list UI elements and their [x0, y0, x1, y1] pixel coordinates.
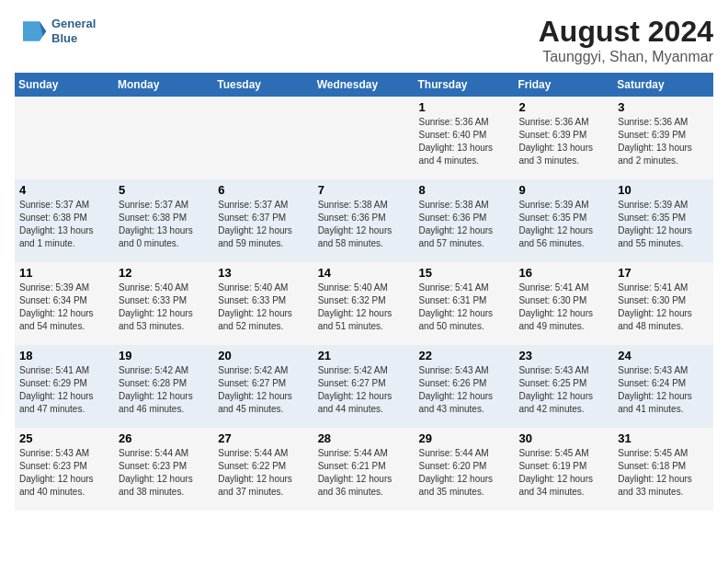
- day-cell: 13Sunrise: 5:40 AM Sunset: 6:33 PM Dayli…: [213, 262, 313, 345]
- header-cell-sunday: Sunday: [15, 73, 114, 97]
- day-info: Sunrise: 5:44 AM Sunset: 6:21 PM Dayligh…: [318, 447, 410, 499]
- day-cell: [114, 97, 213, 179]
- day-info: Sunrise: 5:36 AM Sunset: 6:40 PM Dayligh…: [419, 116, 510, 167]
- day-cell: 21Sunrise: 5:42 AM Sunset: 6:27 PM Dayli…: [313, 345, 415, 428]
- day-info: Sunrise: 5:41 AM Sunset: 6:30 PM Dayligh…: [618, 282, 709, 333]
- logo-text: General Blue: [51, 17, 96, 45]
- day-info: Sunrise: 5:37 AM Sunset: 6:37 PM Dayligh…: [218, 199, 308, 250]
- week-row-2: 4Sunrise: 5:37 AM Sunset: 6:38 PM Daylig…: [15, 179, 713, 262]
- day-number: 11: [19, 266, 109, 280]
- day-number: 13: [218, 266, 308, 280]
- day-info: Sunrise: 5:44 AM Sunset: 6:20 PM Dayligh…: [419, 447, 510, 499]
- day-cell: 17Sunrise: 5:41 AM Sunset: 6:30 PM Dayli…: [613, 262, 713, 345]
- day-number: 12: [119, 266, 209, 280]
- day-number: 21: [318, 349, 410, 362]
- day-cell: 26Sunrise: 5:44 AM Sunset: 6:23 PM Dayli…: [114, 428, 213, 511]
- day-number: 22: [419, 349, 510, 362]
- day-cell: 22Sunrise: 5:43 AM Sunset: 6:26 PM Dayli…: [415, 345, 515, 428]
- day-info: Sunrise: 5:43 AM Sunset: 6:24 PM Dayligh…: [618, 364, 709, 416]
- day-info: Sunrise: 5:37 AM Sunset: 6:38 PM Dayligh…: [119, 199, 209, 250]
- header: General Blue August 2024 Taunggyi, Shan,…: [15, 15, 713, 65]
- day-number: 26: [119, 431, 209, 445]
- day-info: Sunrise: 5:42 AM Sunset: 6:27 PM Dayligh…: [218, 364, 308, 416]
- day-cell: [313, 97, 415, 179]
- day-info: Sunrise: 5:38 AM Sunset: 6:36 PM Dayligh…: [419, 199, 510, 250]
- day-cell: 30Sunrise: 5:45 AM Sunset: 6:19 PM Dayli…: [514, 428, 613, 511]
- logo-line2: Blue: [51, 31, 96, 46]
- day-cell: 14Sunrise: 5:40 AM Sunset: 6:32 PM Dayli…: [313, 262, 415, 345]
- day-number: 9: [518, 183, 609, 197]
- header-cell-monday: Monday: [114, 73, 213, 97]
- day-cell: 23Sunrise: 5:43 AM Sunset: 6:25 PM Dayli…: [514, 345, 613, 428]
- day-info: Sunrise: 5:43 AM Sunset: 6:23 PM Dayligh…: [19, 447, 109, 499]
- day-number: 31: [618, 431, 709, 445]
- day-number: 7: [318, 183, 410, 197]
- day-info: Sunrise: 5:41 AM Sunset: 6:29 PM Dayligh…: [19, 364, 109, 416]
- day-info: Sunrise: 5:40 AM Sunset: 6:33 PM Dayligh…: [218, 282, 308, 333]
- day-cell: 1Sunrise: 5:36 AM Sunset: 6:40 PM Daylig…: [415, 97, 515, 179]
- day-number: 18: [19, 349, 109, 362]
- day-cell: 31Sunrise: 5:45 AM Sunset: 6:18 PM Dayli…: [613, 428, 713, 511]
- day-cell: 10Sunrise: 5:39 AM Sunset: 6:35 PM Dayli…: [613, 179, 713, 262]
- header-cell-wednesday: Wednesday: [313, 73, 415, 97]
- day-cell: 5Sunrise: 5:37 AM Sunset: 6:38 PM Daylig…: [114, 179, 213, 262]
- day-number: 10: [618, 183, 709, 197]
- week-row-4: 18Sunrise: 5:41 AM Sunset: 6:29 PM Dayli…: [15, 345, 713, 428]
- day-number: 17: [618, 266, 709, 280]
- logo-line1: General: [51, 17, 96, 31]
- day-number: 8: [419, 183, 510, 197]
- day-cell: 29Sunrise: 5:44 AM Sunset: 6:20 PM Dayli…: [415, 428, 515, 511]
- day-number: 3: [618, 100, 709, 114]
- main-title: August 2024: [539, 15, 713, 49]
- header-cell-friday: Friday: [514, 73, 613, 97]
- day-number: 4: [19, 183, 109, 197]
- day-cell: 25Sunrise: 5:43 AM Sunset: 6:23 PM Dayli…: [15, 428, 114, 511]
- day-cell: 11Sunrise: 5:39 AM Sunset: 6:34 PM Dayli…: [15, 262, 114, 345]
- day-cell: 20Sunrise: 5:42 AM Sunset: 6:27 PM Dayli…: [213, 345, 313, 428]
- day-cell: 16Sunrise: 5:41 AM Sunset: 6:30 PM Dayli…: [514, 262, 613, 345]
- day-info: Sunrise: 5:45 AM Sunset: 6:18 PM Dayligh…: [618, 447, 709, 499]
- day-cell: 2Sunrise: 5:36 AM Sunset: 6:39 PM Daylig…: [514, 97, 613, 179]
- day-info: Sunrise: 5:44 AM Sunset: 6:23 PM Dayligh…: [119, 447, 209, 499]
- day-cell: 9Sunrise: 5:39 AM Sunset: 6:35 PM Daylig…: [514, 179, 613, 262]
- day-info: Sunrise: 5:36 AM Sunset: 6:39 PM Dayligh…: [518, 116, 609, 167]
- day-number: 15: [419, 266, 510, 280]
- day-info: Sunrise: 5:43 AM Sunset: 6:26 PM Dayligh…: [419, 364, 510, 416]
- day-number: 1: [419, 100, 510, 114]
- header-cell-saturday: Saturday: [613, 73, 713, 97]
- calendar-table: SundayMondayTuesdayWednesdayThursdayFrid…: [15, 73, 713, 511]
- calendar-body: 1Sunrise: 5:36 AM Sunset: 6:40 PM Daylig…: [15, 97, 713, 511]
- day-cell: 4Sunrise: 5:37 AM Sunset: 6:38 PM Daylig…: [15, 179, 114, 262]
- day-info: Sunrise: 5:42 AM Sunset: 6:27 PM Dayligh…: [318, 364, 410, 416]
- day-cell: 3Sunrise: 5:36 AM Sunset: 6:39 PM Daylig…: [613, 97, 713, 179]
- day-cell: 7Sunrise: 5:38 AM Sunset: 6:36 PM Daylig…: [313, 179, 415, 262]
- day-number: 14: [318, 266, 410, 280]
- header-cell-thursday: Thursday: [415, 73, 515, 97]
- day-number: 19: [119, 349, 209, 362]
- logo-icon: [15, 15, 48, 48]
- day-info: Sunrise: 5:43 AM Sunset: 6:25 PM Dayligh…: [518, 364, 609, 416]
- day-cell: 8Sunrise: 5:38 AM Sunset: 6:36 PM Daylig…: [415, 179, 515, 262]
- day-info: Sunrise: 5:39 AM Sunset: 6:35 PM Dayligh…: [518, 199, 609, 250]
- day-info: Sunrise: 5:36 AM Sunset: 6:39 PM Dayligh…: [618, 116, 709, 167]
- day-number: 27: [218, 431, 308, 445]
- day-info: Sunrise: 5:39 AM Sunset: 6:35 PM Dayligh…: [618, 199, 709, 250]
- day-info: Sunrise: 5:40 AM Sunset: 6:32 PM Dayligh…: [318, 282, 410, 333]
- week-row-1: 1Sunrise: 5:36 AM Sunset: 6:40 PM Daylig…: [15, 97, 713, 179]
- day-number: 20: [218, 349, 308, 362]
- day-info: Sunrise: 5:41 AM Sunset: 6:31 PM Dayligh…: [419, 282, 510, 333]
- day-number: 30: [518, 431, 609, 445]
- day-info: Sunrise: 5:37 AM Sunset: 6:38 PM Dayligh…: [19, 199, 109, 250]
- header-row: SundayMondayTuesdayWednesdayThursdayFrid…: [15, 73, 713, 97]
- day-number: 23: [518, 349, 609, 362]
- day-number: 24: [618, 349, 709, 362]
- day-info: Sunrise: 5:40 AM Sunset: 6:33 PM Dayligh…: [119, 282, 209, 333]
- header-cell-tuesday: Tuesday: [213, 73, 313, 97]
- day-cell: 28Sunrise: 5:44 AM Sunset: 6:21 PM Dayli…: [313, 428, 415, 511]
- day-number: 5: [119, 183, 209, 197]
- day-cell: 6Sunrise: 5:37 AM Sunset: 6:37 PM Daylig…: [213, 179, 313, 262]
- day-info: Sunrise: 5:39 AM Sunset: 6:34 PM Dayligh…: [19, 282, 109, 333]
- day-number: 25: [19, 431, 109, 445]
- day-cell: 27Sunrise: 5:44 AM Sunset: 6:22 PM Dayli…: [213, 428, 313, 511]
- day-cell: 15Sunrise: 5:41 AM Sunset: 6:31 PM Dayli…: [415, 262, 515, 345]
